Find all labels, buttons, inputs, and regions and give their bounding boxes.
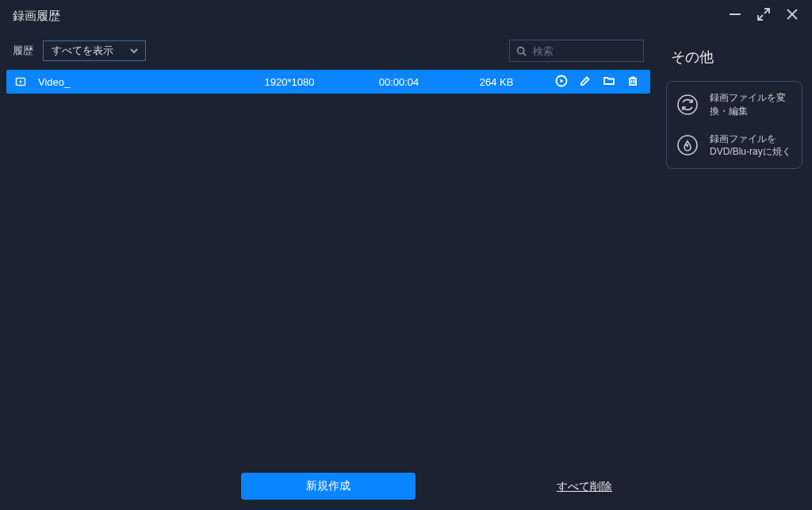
burn-disc-label: 録画ファイルをDVD/Blu-rayに焼く	[710, 132, 794, 159]
recording-row[interactable]: Video_ 1920*1080 00:00:04 264 KB	[6, 70, 650, 94]
row-actions	[542, 75, 642, 90]
burn-disc-action[interactable]: 録画ファイルをDVD/Blu-rayに焼く	[675, 132, 794, 159]
edit-button[interactable]	[579, 75, 592, 90]
convert-edit-label: 録画ファイルを変換・編集	[710, 91, 794, 118]
svg-marker-10	[561, 79, 564, 82]
svg-line-6	[523, 52, 526, 55]
history-filter-value: すべてを表示	[52, 44, 113, 58]
window-title: 録画履歴	[13, 9, 60, 24]
delete-all-label: すべて削除	[557, 480, 612, 493]
svg-point-19	[678, 95, 697, 114]
convert-icon	[675, 92, 700, 117]
delete-all-button[interactable]: すべて削除	[557, 480, 612, 494]
open-folder-button[interactable]	[603, 75, 615, 90]
side-actions-card: 録画ファイルを変換・編集 録画ファイルをDVD/Blu-rayに焼く	[666, 81, 802, 169]
close-icon	[785, 7, 799, 21]
convert-edit-action[interactable]: 録画ファイルを変換・編集	[675, 91, 794, 118]
svg-point-5	[518, 47, 524, 53]
side-panel-title: その他	[671, 48, 799, 67]
file-resolution: 1920*1080	[238, 76, 341, 88]
search-box[interactable]	[509, 40, 644, 62]
file-size: 264 KB	[457, 76, 536, 88]
burn-icon	[675, 132, 700, 158]
file-duration: 00:00:04	[347, 76, 450, 88]
history-filter-select[interactable]: すべてを表示	[43, 40, 146, 61]
edit-icon	[579, 75, 592, 87]
window-controls	[728, 7, 799, 25]
folder-icon	[603, 75, 615, 87]
play-icon	[555, 75, 568, 87]
recording-list: Video_ 1920*1080 00:00:04 264 KB	[0, 70, 657, 462]
maximize-icon	[756, 7, 771, 21]
new-recording-button[interactable]: 新規作成	[241, 473, 416, 500]
svg-rect-12	[630, 79, 636, 85]
footer: 新規作成 すべて削除	[0, 462, 657, 510]
close-button[interactable]	[785, 7, 799, 25]
file-type-icon	[14, 76, 27, 87]
trash-icon	[626, 75, 639, 87]
new-recording-label: 新規作成	[306, 479, 350, 493]
maximize-button[interactable]	[756, 7, 771, 25]
history-label: 履歴	[13, 44, 33, 58]
toolbar: 履歴 すべてを表示	[0, 32, 657, 70]
play-button[interactable]	[555, 75, 568, 90]
side-panel: その他 録画ファイルを変換・編集 録画ファイルをDVD/Blu-rayに焼く	[657, 32, 812, 510]
minimize-button[interactable]	[728, 7, 742, 25]
file-name: Video_	[33, 76, 232, 88]
chevron-down-icon	[129, 46, 139, 56]
search-icon	[516, 45, 527, 57]
main-panel: 履歴 すべてを表示 Video_ 1920*1080 00:00:04 264 …	[0, 32, 657, 510]
svg-marker-8	[20, 80, 22, 83]
titlebar: 録画履歴	[0, 0, 812, 32]
delete-button[interactable]	[626, 75, 639, 90]
search-input[interactable]	[533, 45, 637, 57]
minimize-icon	[728, 7, 742, 21]
